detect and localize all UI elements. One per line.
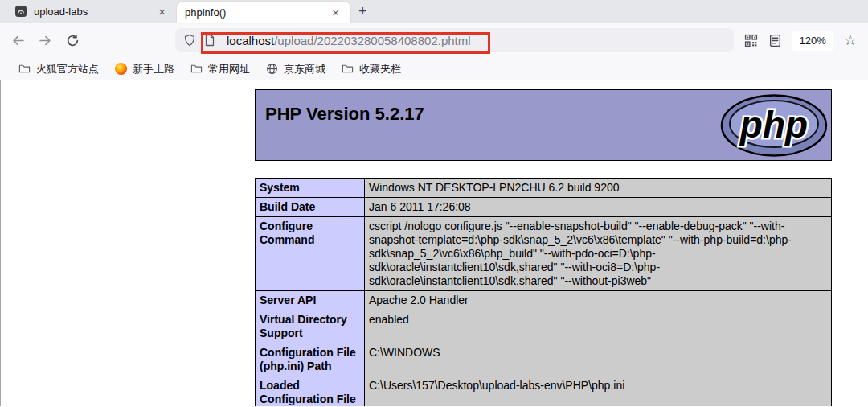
back-icon[interactable] <box>11 34 25 47</box>
bookmark-item[interactable]: 收藏夹栏 <box>336 60 407 79</box>
row-value: cscript /nologo configure.js "--enable-s… <box>365 217 832 291</box>
phpinfo-table: System Windows NT DESKTOP-LPN2CHU 6.2 bu… <box>255 178 832 406</box>
url-bar[interactable]: localhost/upload/202203280058408802.phtm… <box>175 28 734 52</box>
row-value: C:\Users\157\Desktop\upload-labs-env\PHP… <box>365 376 832 407</box>
bookmark-label: 火狐官方站点 <box>36 62 99 76</box>
table-row: Virtual Directory Support enabled <box>256 310 832 343</box>
bookmark-item[interactable]: 常用网址 <box>185 60 256 79</box>
tab-phpinfo[interactable]: phpinfo() × <box>177 2 350 23</box>
tab-bar: upload-labs × phpinfo() × + <box>0 0 868 23</box>
reload-icon[interactable] <box>66 34 80 47</box>
folder-icon <box>342 63 354 75</box>
folder-icon <box>18 63 31 75</box>
navbar-right-controls: 120% ☆ <box>734 31 857 51</box>
php-logo-text: php <box>739 104 808 146</box>
browser-window: upload-labs × phpinfo() × + localhost/up… <box>0 0 868 407</box>
shield-icon[interactable] <box>183 34 196 47</box>
row-value: Windows NT DESKTOP-LPN2CHU 6.2 build 920… <box>365 179 832 198</box>
bookmark-label: 新手上路 <box>133 62 174 76</box>
phpinfo-content: PHP Version 5.2.17 php System Windows NT… <box>255 89 832 406</box>
url-domain: localhost <box>227 34 274 47</box>
row-label: Build Date <box>256 198 365 217</box>
tab-title: phpinfo() <box>185 6 329 18</box>
firefox-icon <box>115 63 127 75</box>
page-title: PHP Version 5.2.17 <box>265 104 424 160</box>
bookmark-star-icon[interactable]: ☆ <box>844 33 857 47</box>
row-value: C:\WINDOWS <box>365 343 832 376</box>
row-label: Configuration File (php.ini) Path <box>256 343 365 376</box>
row-label: Configure Command <box>256 217 365 291</box>
page-content: PHP Version 5.2.17 php System Windows NT… <box>0 80 868 406</box>
globe-icon <box>266 63 278 75</box>
url-path: /upload/202203280058408802.phtml <box>274 34 470 47</box>
navigation-bar: localhost/upload/202203280058408802.phtm… <box>0 23 868 58</box>
php-logo-icon: php <box>720 94 828 157</box>
url-text: localhost/upload/202203280058408802.phtm… <box>227 34 471 47</box>
forward-icon[interactable] <box>39 34 52 47</box>
bookmark-label: 京东商城 <box>284 62 326 76</box>
table-row: Build Date Jan 6 2011 17:26:08 <box>256 198 832 217</box>
bookmark-item[interactable]: 火狐官方站点 <box>13 60 104 79</box>
bookmark-label: 常用网址 <box>208 62 250 76</box>
table-row: Configuration File (php.ini) Path C:\WIN… <box>256 343 832 376</box>
row-label: System <box>256 179 365 198</box>
new-tab-button[interactable]: + <box>350 2 375 22</box>
reader-mode-icon[interactable] <box>768 34 782 47</box>
tab-upload-labs[interactable]: upload-labs × <box>6 0 177 23</box>
qr-scan-icon[interactable] <box>744 34 758 47</box>
tab-close-icon[interactable]: × <box>155 4 169 19</box>
table-row: Loaded Configuration File C:\Users\157\D… <box>256 376 832 407</box>
row-label: Virtual Directory Support <box>256 310 365 343</box>
bookmarks-bar: 火狐官方站点 新手上路 常用网址 京东商城 收藏夹栏 <box>0 58 868 80</box>
tab-close-icon[interactable]: × <box>329 5 342 20</box>
row-value: enabled <box>365 310 832 343</box>
table-row: Server API Apache 2.0 Handler <box>256 291 832 310</box>
bookmark-label: 收藏夹栏 <box>359 62 401 76</box>
bookmark-item[interactable]: 京东商城 <box>260 60 331 79</box>
table-row: Configure Command cscript /nologo config… <box>256 217 832 291</box>
row-value: Apache 2.0 Handler <box>365 291 832 310</box>
row-value: Jan 6 2011 17:26:08 <box>365 198 832 217</box>
zoom-level-button[interactable]: 120% <box>792 31 833 51</box>
folder-icon <box>190 63 203 75</box>
upload-labs-favicon-icon <box>14 5 27 18</box>
row-label: Server API <box>256 291 365 310</box>
table-row: System Windows NT DESKTOP-LPN2CHU 6.2 bu… <box>256 179 832 198</box>
bookmark-item[interactable]: 新手上路 <box>109 60 180 79</box>
row-label: Loaded Configuration File <box>256 376 365 407</box>
page-info-icon[interactable] <box>203 34 216 47</box>
phpinfo-header: PHP Version 5.2.17 php <box>255 89 832 161</box>
tab-title: upload-labs <box>34 6 155 18</box>
